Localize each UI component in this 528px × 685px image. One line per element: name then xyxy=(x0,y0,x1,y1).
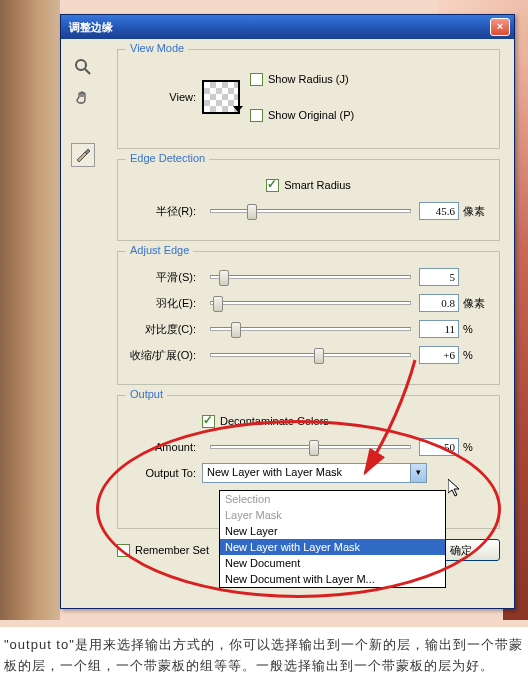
show-original-row[interactable]: Show Original (P) xyxy=(250,104,354,126)
radius-slider[interactable] xyxy=(210,209,411,213)
remember-checkbox[interactable] xyxy=(117,544,130,557)
view-label: View: xyxy=(130,91,202,103)
close-button[interactable]: × xyxy=(490,18,510,36)
dialog-title: 调整边缘 xyxy=(65,20,490,35)
zoom-icon[interactable] xyxy=(71,55,95,79)
show-radius-checkbox[interactable] xyxy=(250,73,263,86)
dd-newdoc[interactable]: New Document xyxy=(220,555,445,571)
amount-input[interactable] xyxy=(419,438,459,456)
shift-slider[interactable] xyxy=(210,353,411,357)
smooth-slider[interactable] xyxy=(210,275,411,279)
contrast-slider[interactable] xyxy=(210,327,411,331)
viewmode-legend: View Mode xyxy=(126,42,188,54)
chevron-down-icon[interactable]: ▾ xyxy=(410,464,426,482)
feather-slider[interactable] xyxy=(210,301,411,305)
amount-slider[interactable] xyxy=(210,445,411,449)
svg-point-0 xyxy=(76,60,86,70)
dd-newdoc-mask[interactable]: New Document with Layer M... xyxy=(220,571,445,587)
radius-input[interactable] xyxy=(419,202,459,220)
dd-newlayer[interactable]: New Layer xyxy=(220,523,445,539)
caption-text: "output to"是用来选择输出方式的，你可以选择输出到一个新的层，输出到一… xyxy=(0,627,528,685)
adjust-legend: Adjust Edge xyxy=(126,244,193,256)
dd-newlayer-mask[interactable]: New Layer with Layer Mask xyxy=(220,539,445,555)
brush-icon[interactable] xyxy=(71,143,95,167)
titlebar[interactable]: 调整边缘 × xyxy=(61,15,514,39)
contrast-input[interactable] xyxy=(419,320,459,338)
viewmode-group: View Mode View: Show Radius (J) Show Ori… xyxy=(117,49,500,149)
feather-input[interactable] xyxy=(419,294,459,312)
edge-legend: Edge Detection xyxy=(126,152,209,164)
show-radius-row[interactable]: Show Radius (J) xyxy=(250,68,354,90)
shift-input[interactable] xyxy=(419,346,459,364)
view-preview-button[interactable] xyxy=(202,80,240,114)
svg-line-1 xyxy=(85,69,90,74)
adjust-group: Adjust Edge 平滑(S): 羽化(E):像素 对比度(C):% 收缩/… xyxy=(117,251,500,385)
hand-icon[interactable] xyxy=(71,85,95,109)
show-original-checkbox[interactable] xyxy=(250,109,263,122)
smooth-input[interactable] xyxy=(419,268,459,286)
smart-radius-checkbox[interactable] xyxy=(266,179,279,192)
edge-group: Edge Detection Smart Radius 半径(R): 像素 xyxy=(117,159,500,241)
output-legend: Output xyxy=(126,388,167,400)
dd-layermask[interactable]: Layer Mask xyxy=(220,507,445,523)
tool-column xyxy=(71,55,101,173)
radius-label: 半径(R): xyxy=(130,204,202,219)
outputto-dropdown[interactable]: New Layer with Layer Mask▾ xyxy=(202,463,427,483)
dd-selection[interactable]: Selection xyxy=(220,491,445,507)
decon-checkbox[interactable] xyxy=(202,415,215,428)
outputto-dropdown-list[interactable]: Selection Layer Mask New Layer New Layer… xyxy=(219,490,446,588)
